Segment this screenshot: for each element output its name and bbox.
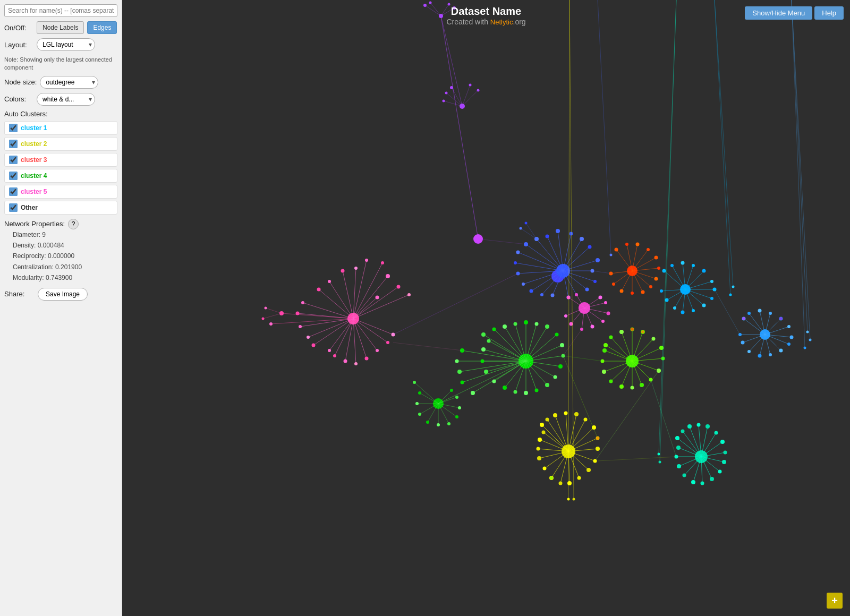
- svg-line-15: [462, 85, 470, 106]
- svg-line-252: [526, 335, 557, 361]
- show-hide-menu-button[interactable]: Show/Hide Menu: [745, 6, 812, 20]
- svg-point-280: [560, 343, 564, 347]
- svg-point-272: [481, 332, 486, 337]
- svg-line-213: [765, 327, 789, 335]
- svg-point-149: [631, 292, 634, 295]
- svg-point-123: [525, 222, 528, 225]
- svg-point-51: [397, 285, 401, 289]
- svg-point-192: [692, 264, 695, 267]
- svg-line-251: [526, 327, 547, 361]
- svg-point-429: [706, 424, 710, 429]
- svg-line-257: [526, 361, 547, 385]
- svg-point-165: [575, 293, 578, 296]
- layout-label: Layout:: [4, 41, 33, 49]
- save-image-button[interactable]: Save Image: [38, 288, 88, 301]
- svg-point-113: [516, 251, 520, 254]
- svg-point-277: [535, 322, 539, 326]
- network-properties-section: Network Properties: ? Diameter: 9 Densit…: [4, 219, 117, 284]
- svg-point-142: [636, 243, 640, 246]
- svg-point-359: [641, 330, 644, 333]
- svg-line-261: [505, 361, 526, 388]
- svg-point-102: [556, 229, 560, 233]
- svg-point-65: [328, 349, 331, 352]
- svg-point-397: [537, 456, 541, 460]
- cluster-1-checkbox[interactable]: [9, 124, 18, 132]
- svg-point-69: [365, 357, 369, 361]
- created-with-post: .org: [513, 18, 525, 26]
- cluster-3-checkbox[interactable]: [9, 156, 18, 164]
- svg-point-384: [564, 412, 568, 415]
- svg-point-52: [407, 293, 411, 296]
- svg-point-285: [535, 389, 539, 392]
- cluster-2-checkbox[interactable]: [9, 140, 18, 148]
- svg-line-25: [353, 276, 388, 319]
- svg-line-375: [551, 451, 568, 478]
- svg-point-147: [649, 285, 652, 288]
- svg-line-178: [685, 266, 693, 289]
- svg-point-428: [697, 423, 701, 427]
- svg-line-443: [660, 0, 676, 462]
- svg-line-127: [616, 250, 632, 271]
- svg-point-78: [262, 318, 265, 320]
- svg-point-296: [457, 370, 462, 374]
- zoom-button[interactable]: +: [827, 593, 843, 609]
- svg-line-368: [568, 438, 598, 451]
- svg-point-140: [615, 248, 618, 252]
- node-size-select[interactable]: outdegree indegree betweenness: [40, 76, 98, 89]
- magenta-hub-cluster: [564, 293, 610, 331]
- colors-select[interactable]: white & d... rainbow pastel: [37, 93, 95, 106]
- cluster-4-checkbox[interactable]: [9, 172, 18, 180]
- svg-point-223: [747, 312, 751, 315]
- svg-point-318: [447, 422, 450, 425]
- svg-point-322: [450, 389, 453, 392]
- layout-dropdown-wrap: LGL layout Force layout Circle layout ▾: [37, 38, 95, 51]
- search-input[interactable]: [4, 4, 117, 17]
- cluster-item-other: Other: [4, 201, 117, 215]
- svg-line-3: [430, 3, 441, 16]
- svg-line-48: [282, 313, 353, 319]
- svg-line-130: [632, 250, 648, 271]
- svg-point-53: [376, 296, 379, 300]
- svg-line-33: [329, 281, 353, 319]
- node-labels-button[interactable]: Node Labels: [37, 21, 84, 34]
- svg-line-12: [444, 101, 462, 106]
- svg-point-164: [567, 296, 571, 300]
- svg-point-286: [524, 391, 528, 395]
- layout-select[interactable]: LGL layout Force layout Circle layout: [37, 38, 95, 51]
- svg-point-346: [652, 337, 656, 341]
- svg-point-353: [619, 384, 624, 389]
- svg-line-137: [622, 271, 632, 291]
- cluster-item-1: cluster 1: [4, 121, 117, 135]
- svg-line-367: [568, 427, 594, 451]
- svg-point-205: [732, 286, 735, 288]
- svg-line-301: [414, 382, 438, 404]
- svg-point-444: [658, 453, 660, 456]
- svg-line-215: [765, 335, 789, 344]
- svg-line-75: [266, 308, 282, 313]
- svg-point-229: [787, 343, 790, 346]
- dataset-title-area: Dataset Name Created with Netlytic.org: [446, 5, 525, 26]
- svg-point-189: [662, 269, 666, 273]
- edges-button[interactable]: Edges: [87, 21, 117, 34]
- svg-point-242: [742, 317, 745, 320]
- svg-point-315: [418, 413, 421, 416]
- svg-point-275: [514, 322, 517, 326]
- svg-line-238: [792, 0, 805, 348]
- cluster-item-3: cluster 3: [4, 153, 117, 167]
- cluster-5-label: cluster 5: [21, 188, 47, 195]
- svg-line-451: [651, 380, 676, 457]
- dataset-subtitle: Created with Netlytic.org: [446, 18, 525, 26]
- cluster-5-checkbox[interactable]: [9, 187, 18, 196]
- light-blue-cluster-right: [738, 0, 812, 358]
- svg-point-293: [487, 339, 491, 343]
- svg-point-295: [455, 360, 459, 363]
- colors-label: Colors:: [4, 95, 33, 103]
- svg-line-212: [765, 319, 781, 335]
- svg-point-55: [365, 259, 368, 262]
- svg-point-63: [307, 336, 310, 339]
- cluster-other-checkbox[interactable]: [9, 203, 18, 212]
- svg-line-28: [353, 297, 377, 319]
- network-props-help-button[interactable]: ?: [68, 219, 79, 229]
- help-top-button[interactable]: Help: [814, 6, 844, 20]
- svg-point-194: [710, 280, 713, 283]
